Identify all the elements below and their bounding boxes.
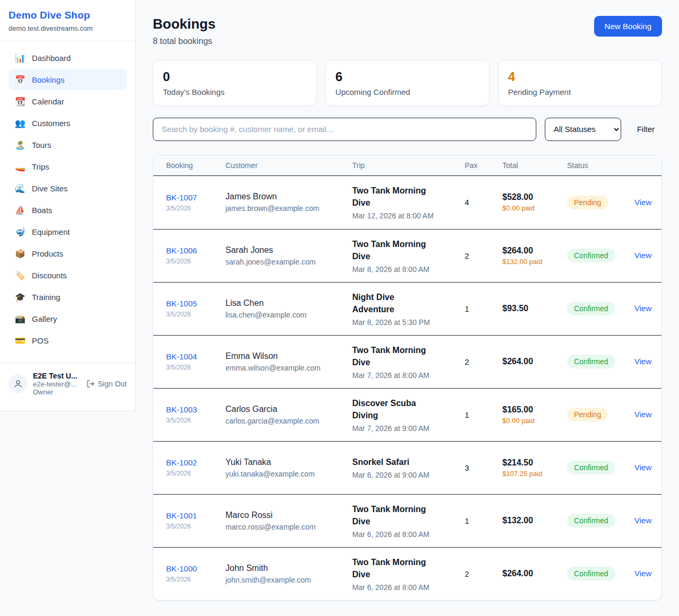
customer-cell: Emma Wilson emma.wilson@example.com bbox=[225, 351, 352, 372]
customer-email: james.brown@example.com bbox=[225, 204, 352, 213]
user-meta: E2E Test U... e2e-tester@... Owner bbox=[33, 372, 81, 396]
paid-amount: $0.00 paid bbox=[502, 204, 548, 212]
customer-cell: Carlos Garcia carlos.garcia@example.com bbox=[225, 404, 352, 425]
nav-item-icon: 🌊 bbox=[15, 183, 25, 193]
table-row: BK-1003 3/5/2026 Carlos Garcia carlos.ga… bbox=[153, 388, 661, 441]
booking-id-link[interactable]: BK-1005 bbox=[166, 299, 197, 308]
nav-item-label: Dashboard bbox=[32, 54, 71, 63]
sidebar-item-dashboard[interactable]: 📊 Dashboard bbox=[8, 48, 127, 68]
customer-email: lisa.chen@example.com bbox=[225, 311, 352, 319]
view-link[interactable]: View bbox=[634, 516, 651, 525]
booking-cell: BK-1005 3/5/2026 bbox=[166, 299, 225, 318]
trip-datetime: Mar 8, 2026 at 8:00 AM bbox=[352, 265, 465, 274]
booking-id-link[interactable]: BK-1006 bbox=[166, 246, 197, 255]
main-content: Bookings 8 total bookings New Booking 0 … bbox=[136, 0, 679, 616]
customer-email: marco.rossi@example.com bbox=[225, 523, 352, 531]
booking-cell: BK-1001 3/5/2026 bbox=[166, 511, 225, 530]
filter-button[interactable]: Filter bbox=[630, 119, 662, 139]
customer-name: John Smith bbox=[225, 564, 352, 573]
stat-value: 6 bbox=[335, 69, 479, 85]
sidebar-item-equipment[interactable]: 🤿 Equipment bbox=[8, 222, 127, 242]
view-link[interactable]: View bbox=[634, 251, 651, 260]
status-badge: Confirmed bbox=[567, 567, 615, 580]
sidebar-item-calendar[interactable]: 📆 Calendar bbox=[8, 91, 127, 112]
booking-id-link[interactable]: BK-1000 bbox=[166, 564, 197, 573]
actions-cell: View bbox=[634, 410, 651, 419]
sidebar-item-dive-sites[interactable]: 🌊 Dive Sites bbox=[8, 178, 127, 199]
sidebar-item-tours[interactable]: 🏝️ Tours bbox=[8, 135, 127, 155]
sidebar-item-discounts[interactable]: 🏷️ Discounts bbox=[8, 265, 127, 286]
user-email: e2e-tester@... bbox=[33, 380, 81, 388]
sidebar-item-training[interactable]: 🎓 Training bbox=[8, 287, 127, 307]
column-header-status: Status bbox=[567, 161, 634, 170]
status-select[interactable]: All Statuses bbox=[545, 118, 621, 141]
view-link[interactable]: View bbox=[634, 410, 651, 419]
booking-id-link[interactable]: BK-1001 bbox=[166, 511, 197, 520]
total-amount: $214.50 bbox=[502, 458, 567, 468]
filter-row: All Statuses Filter bbox=[153, 118, 662, 141]
trip-datetime: Mar 12, 2026 at 8:00 AM bbox=[352, 212, 465, 220]
nav-item-icon: 🏝️ bbox=[15, 140, 25, 150]
booking-cell: BK-1000 3/5/2026 bbox=[166, 564, 225, 583]
booking-id-link[interactable]: BK-1003 bbox=[166, 405, 197, 414]
nav-item-label: Customers bbox=[32, 119, 71, 128]
booking-id-link[interactable]: BK-1004 bbox=[166, 352, 197, 361]
trip-name: Two Tank Morning Dive bbox=[352, 556, 437, 580]
column-header-customer: Customer bbox=[225, 161, 352, 170]
sidebar-item-products[interactable]: 📦 Products bbox=[8, 243, 127, 264]
actions-cell: View bbox=[634, 516, 651, 525]
trip-cell: Two Tank Morning Dive Mar 6, 2026 at 8:0… bbox=[352, 503, 465, 539]
customer-email: emma.wilson@example.com bbox=[225, 364, 352, 372]
trip-cell: Two Tank Morning Dive Mar 8, 2026 at 8:0… bbox=[352, 238, 465, 274]
status-badge: Confirmed bbox=[567, 514, 615, 527]
total-amount: $165.00 bbox=[502, 405, 567, 415]
sidebar-item-pos[interactable]: 💳 POS bbox=[8, 330, 127, 351]
sign-out-button[interactable]: Sign Out bbox=[86, 380, 127, 388]
sidebar-item-gallery[interactable]: 📸 Gallery bbox=[8, 309, 127, 329]
view-link[interactable]: View bbox=[634, 569, 651, 578]
trip-cell: Two Tank Morning Dive Mar 12, 2026 at 8:… bbox=[352, 184, 465, 220]
sidebar-item-customers[interactable]: 👥 Customers bbox=[8, 113, 127, 134]
sidebar-item-trips[interactable]: 🚤 Trips bbox=[8, 156, 127, 177]
app-root: Demo Dive Shop demo.test.divestreams.com… bbox=[0, 0, 679, 616]
view-link[interactable]: View bbox=[634, 357, 651, 366]
trip-cell: Two Tank Morning Dive Mar 6, 2026 at 8:0… bbox=[352, 556, 465, 592]
brand: Demo Dive Shop demo.test.divestreams.com bbox=[0, 0, 135, 41]
sidebar-item-boats[interactable]: ⛵ Boats bbox=[8, 200, 127, 221]
booking-cell: BK-1003 3/5/2026 bbox=[166, 405, 225, 424]
stats-row: 0 Today's Bookings 6 Upcoming Confirmed … bbox=[153, 60, 662, 106]
nav-item-label: Gallery bbox=[32, 314, 57, 323]
nav-item-label: Calendar bbox=[32, 97, 64, 106]
nav-item-icon: ⛵ bbox=[15, 205, 25, 215]
view-link[interactable]: View bbox=[634, 463, 651, 472]
sign-out-label: Sign Out bbox=[98, 380, 127, 388]
sidebar-item-bookings[interactable]: 📅 Bookings bbox=[8, 69, 127, 90]
view-link[interactable]: View bbox=[634, 198, 651, 207]
nav-item-icon: 📆 bbox=[15, 96, 25, 107]
new-booking-button[interactable]: New Booking bbox=[594, 16, 662, 37]
search-input[interactable] bbox=[153, 118, 536, 141]
booking-date: 3/5/2026 bbox=[166, 364, 225, 371]
nav-item-label: Training bbox=[32, 293, 60, 302]
status-badge: Confirmed bbox=[567, 355, 615, 368]
bookings-table: Booking Customer Trip Pax Total Status B… bbox=[153, 155, 662, 601]
total-amount: $132.00 bbox=[502, 516, 567, 525]
booking-id-link[interactable]: BK-1002 bbox=[166, 458, 197, 467]
booking-id-link[interactable]: BK-1007 bbox=[166, 193, 197, 202]
pax-count: 4 bbox=[465, 198, 502, 207]
status-badge: Pending bbox=[567, 408, 608, 421]
trip-name: Two Tank Morning Dive bbox=[352, 344, 437, 368]
trip-name: Snorkel Safari bbox=[352, 456, 437, 468]
customer-name: Sarah Jones bbox=[225, 245, 352, 255]
brand-domain: demo.test.divestreams.com bbox=[8, 24, 127, 32]
booking-date: 3/5/2026 bbox=[166, 258, 225, 265]
actions-cell: View bbox=[634, 357, 651, 366]
status-cell: Confirmed bbox=[567, 514, 634, 527]
brand-name[interactable]: Demo Dive Shop bbox=[8, 10, 127, 21]
stat-value: 0 bbox=[163, 69, 307, 85]
view-link[interactable]: View bbox=[634, 304, 651, 313]
paid-amount: $0.00 paid bbox=[502, 417, 548, 425]
status-badge: Confirmed bbox=[567, 249, 615, 262]
nav-item-icon: 📅 bbox=[15, 75, 25, 85]
total-cell: $264.00 $132.00 paid bbox=[502, 246, 567, 266]
